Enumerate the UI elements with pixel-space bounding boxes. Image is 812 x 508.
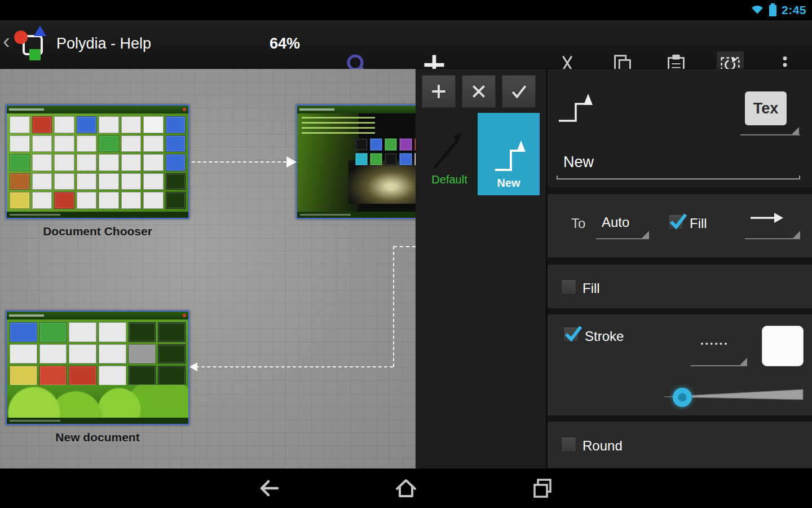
section-fill: Fill (548, 265, 812, 308)
status-bar: 2:45 (0, 0, 812, 20)
to-spinner-underline (596, 238, 649, 239)
stroke-slider-thumb[interactable] (673, 388, 692, 407)
wifi-icon (751, 4, 764, 17)
back-icon (256, 475, 283, 502)
back-chevron[interactable]: ‹ (3, 30, 10, 52)
nav-home-button[interactable] (386, 472, 426, 504)
app-logo-icon[interactable] (16, 28, 51, 61)
logo-triangle (34, 25, 46, 36)
home-icon (392, 475, 420, 502)
node-new-document[interactable] (6, 310, 189, 425)
connector-segment (394, 246, 416, 247)
panel-add-button[interactable] (422, 75, 456, 108)
recents-icon (529, 475, 556, 502)
node-label: New document (6, 431, 189, 444)
to-fill-label: Fill (690, 216, 707, 231)
thumbnail-body (7, 113, 188, 212)
plus-icon (430, 82, 448, 100)
thumbnail-leaf-art (7, 385, 188, 418)
section-round: Round (548, 422, 812, 468)
screen: 2:45 ‹ Polydia - Help 64% (0, 0, 812, 508)
style-item-default[interactable]: Default (423, 113, 475, 192)
default-arrow-icon (429, 126, 470, 173)
status-time: 2:45 (782, 3, 806, 17)
node-remote-view[interactable] (296, 104, 416, 219)
thumbnail-statusbar (297, 212, 416, 218)
zoom-level: 64% (270, 35, 300, 52)
connector-segment (192, 161, 286, 163)
check-icon (510, 82, 528, 100)
section-endpoint: To Auto Fill (548, 194, 812, 257)
style-label: Default (431, 173, 467, 186)
dash-spinner-underline (691, 365, 747, 366)
panel-confirm-button[interactable] (502, 75, 536, 108)
fill-checkbox[interactable] (561, 279, 576, 295)
connector-arrowhead (286, 156, 297, 168)
thumbnail-statusbar (7, 212, 188, 218)
battery-icon (769, 5, 776, 16)
stroke-label: Stroke (585, 329, 624, 344)
to-label: To (571, 216, 585, 231)
thumbnail-tiles (10, 322, 186, 386)
type-spinner-corner[interactable] (792, 127, 799, 134)
navigation-bar (0, 468, 812, 508)
new-elbow-arrow-icon (488, 129, 529, 177)
name-field[interactable]: New (563, 154, 594, 171)
check-icon (668, 211, 688, 231)
stroke-width-slider[interactable] (663, 386, 805, 409)
nav-back-button[interactable] (249, 472, 290, 504)
thumbnail-tiles (355, 138, 416, 165)
dash-style-preview (701, 343, 727, 345)
section-connector-type: Tex New (548, 69, 812, 187)
nav-recents-button[interactable] (522, 472, 563, 504)
arrowhead-spinner-underline (745, 238, 800, 239)
thumbnail-titlebar (7, 106, 188, 113)
node-label: Document Chooser (6, 225, 189, 238)
thumbnail-statusbar (7, 418, 188, 424)
style-item-new[interactable]: New (478, 113, 540, 195)
section-stroke: Stroke (548, 314, 812, 415)
close-icon (470, 82, 488, 100)
panel-cancel-button[interactable] (462, 75, 496, 108)
type-spinner-underline (740, 134, 800, 135)
stroke-checkbox[interactable] (563, 327, 579, 342)
logo-square (29, 49, 41, 60)
page-title: Polydia - Help (56, 35, 151, 52)
thumbnail-titlebar (7, 312, 188, 319)
name-field-underline (557, 178, 800, 179)
thumbnail-text-lines (302, 117, 375, 136)
thumbnail-titlebar (297, 106, 416, 113)
connector-segment (393, 246, 394, 367)
connector-arrowhead (189, 362, 197, 371)
text-type-button[interactable]: Tex (745, 91, 787, 125)
style-tool-panel: Default New (416, 69, 546, 468)
logo-circle (14, 30, 28, 44)
to-spinner-corner[interactable] (642, 231, 649, 238)
style-label: New (497, 177, 520, 190)
diagram-canvas[interactable]: Document Chooser New document (0, 69, 416, 468)
thumbnail-body (7, 319, 188, 418)
connector-segment (196, 366, 393, 367)
status-icons: 2:45 (751, 0, 806, 20)
check-icon (563, 323, 583, 343)
to-fill-checkbox[interactable] (668, 214, 683, 230)
properties-panel: Tex New To Auto Fill (546, 69, 812, 468)
to-spinner[interactable]: Auto (602, 214, 629, 230)
arrowhead-spinner-corner[interactable] (793, 231, 800, 238)
round-label: Round (582, 438, 623, 454)
action-bar: ‹ Polydia - Help 64% (0, 20, 812, 69)
round-checkbox[interactable] (561, 437, 576, 452)
node-document-chooser[interactable] (6, 104, 189, 219)
connector-preview-icon (555, 89, 603, 125)
stroke-color-swatch[interactable] (762, 326, 804, 366)
fill-label: Fill (582, 281, 600, 296)
arrowhead-style-icon[interactable] (748, 208, 784, 228)
thumbnail-body (297, 113, 416, 212)
thumbnail-tiles (10, 116, 186, 209)
dash-spinner-corner[interactable] (740, 358, 747, 365)
